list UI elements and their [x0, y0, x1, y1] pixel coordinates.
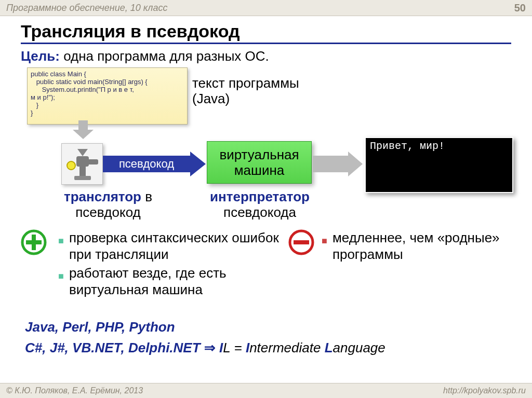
goal-line: Цель: одна программа для разных ОС. — [21, 48, 511, 64]
interpreter-caption-bold: интерпретатор — [210, 189, 310, 204]
con-text-1: медленнее, чем «родные» программы — [332, 229, 517, 263]
svg-rect-10 — [294, 240, 309, 244]
copyright-text: © К.Ю. Поляков, Е.А. Ерёмин, 2013 — [6, 386, 143, 395]
bullet-icon: ■ — [58, 268, 64, 298]
slide-title: Трансляция в псевдокод — [21, 21, 511, 44]
languages-block: Java, Perl, PHP, Python C#, J#, VB.NET, … — [25, 317, 385, 358]
svg-rect-4 — [79, 167, 86, 177]
svg-rect-1 — [76, 156, 89, 167]
pro-text-1: проверка синтаксических ошибок при транс… — [69, 229, 291, 263]
slide-footer: © К.Ю. Поляков, Е.А. Ерёмин, 2013 http:/… — [0, 383, 532, 398]
il-b1: I — [216, 340, 223, 355]
translator-caption-bold: транслятор — [64, 189, 141, 204]
arrow-to-console-icon — [313, 152, 364, 176]
bullet-icon: ■ — [322, 232, 327, 263]
source-code-label: текст программы (Java) — [192, 75, 299, 106]
il-r1: L = — [223, 340, 246, 355]
virtual-machine-box: виртуальная машина — [207, 141, 312, 184]
source-code-box: public class Main { public static void m… — [27, 67, 188, 125]
translator-caption-rest: в — [141, 189, 152, 204]
footer-url: http://kpolyakov.spb.ru — [443, 386, 526, 395]
interpreter-caption: интерпретатор псевдокода — [187, 189, 332, 220]
goal-text: одна программа для разных ОС. — [63, 48, 269, 64]
arrow-glyph: ⇒ — [204, 340, 216, 355]
translator-caption-line2: псевдокод — [75, 204, 140, 220]
languages-line-1: Java, Perl, PHP, Python — [25, 317, 385, 337]
bullet-icon: ■ — [58, 232, 64, 263]
minus-icon — [288, 229, 314, 255]
translator-caption: транслятор в псевдокод — [35, 189, 181, 220]
il-b3: L — [325, 340, 333, 355]
interpreter-caption-line2: псевдокода — [223, 204, 296, 220]
il-r3: anguage — [333, 340, 385, 355]
arrow-down-icon — [75, 120, 91, 139]
cons-block: ■медленнее, чем «родные» программы — [288, 229, 517, 265]
con-item: ■медленнее, чем «родные» программы — [320, 229, 517, 263]
console-output: Привет, мир! — [365, 137, 513, 193]
il-r2: ntermediate — [249, 340, 325, 355]
pseudocode-arrow-label: псевдокод — [103, 156, 190, 172]
langs-prefix: C#, J#, VB.NET, Delphi.NET — [25, 340, 204, 355]
goal-label: Цель — [21, 48, 55, 64]
arrow-pseudocode: псевдокод — [103, 152, 207, 176]
pro-text-2: работают везде, где есть виртуальная маш… — [69, 265, 291, 298]
translator-icon — [61, 143, 103, 185]
languages-line-2: C#, J#, VB.NET, Delphi.NET ⇒ IL = Interm… — [25, 337, 385, 358]
pro-item: ■проверка синтаксических ошибок при тран… — [56, 229, 291, 263]
page-number: 50 — [514, 2, 526, 14]
svg-marker-0 — [77, 149, 88, 156]
svg-point-3 — [67, 161, 75, 170]
subject-label: Программное обеспечение, 10 класс — [6, 3, 167, 13]
plus-icon — [21, 229, 47, 255]
pro-item: ■работают везде, где есть виртуальная ма… — [56, 265, 291, 298]
pros-block: ■проверка синтаксических ошибок при тран… — [21, 229, 291, 300]
svg-rect-8 — [26, 240, 42, 244]
svg-rect-2 — [88, 159, 98, 164]
svg-rect-5 — [74, 176, 91, 180]
slide-header: Программное обеспечение, 10 класс 50 — [0, 0, 532, 16]
